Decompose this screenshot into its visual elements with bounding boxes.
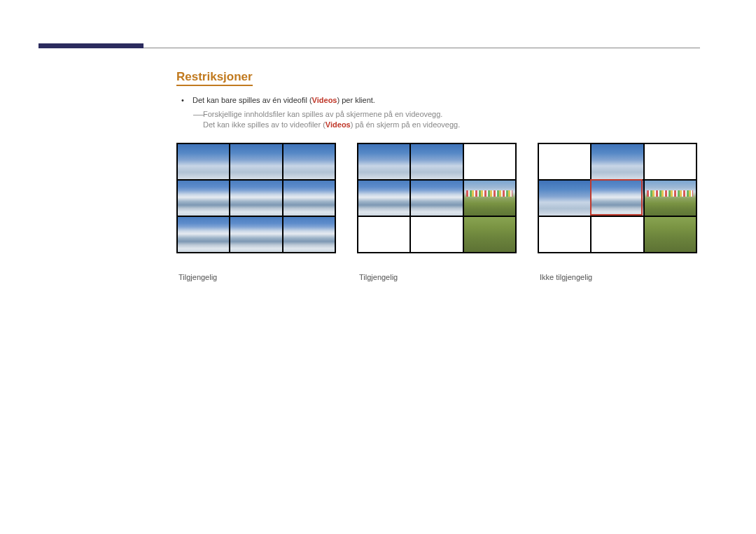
- bullet-text: Det kan bare spilles av én videofil (Vid…: [192, 96, 375, 104]
- grid-cell: [464, 181, 515, 216]
- videowall-grid-unavailable: [538, 143, 697, 253]
- sub2-prefix: Det kan ikke spilles av to videofiler (: [203, 120, 326, 129]
- grid-cell: [230, 217, 281, 252]
- grid-cell: [645, 144, 696, 179]
- sub2-suffix: ) på én skjerm på en videovegg.: [351, 120, 461, 129]
- grid-col-1: Tilgjengelig: [176, 143, 336, 281]
- grid-cell: [645, 181, 696, 216]
- grid-cell: [358, 181, 410, 216]
- header-blue-marker: [38, 43, 144, 48]
- grid-cell: [539, 144, 590, 179]
- grid-cell: [464, 144, 515, 179]
- grid-cell: [411, 217, 462, 252]
- grid-col-3: Ikke tilgjengelig: [538, 143, 697, 281]
- sub-note-1: ― Forskjellige innholdsfiler kan spilles…: [203, 110, 707, 118]
- grid-cell: [178, 217, 229, 252]
- grid-cell: [284, 144, 335, 179]
- grid-cell: [645, 217, 696, 252]
- bullet-prefix: Det kan bare spilles av én videofil (: [192, 96, 312, 104]
- grid-cell: [592, 144, 643, 179]
- grid-cell: [592, 217, 643, 252]
- grid-cell: [411, 144, 462, 179]
- videos-word: Videos: [312, 96, 337, 104]
- videos-word-2: Videos: [326, 120, 351, 129]
- dash-icon: ―: [193, 108, 204, 120]
- grid-row: Tilgjengelig Tilgjengelig: [176, 143, 707, 281]
- caption-unavailable: Ikke tilgjengelig: [538, 273, 697, 281]
- content-area: Restriksjoner • Det kan bare spilles av …: [176, 70, 707, 281]
- grid-cell: [464, 217, 515, 252]
- caption-available-2: Tilgjengelig: [357, 273, 517, 281]
- bullet-dot: •: [178, 96, 187, 104]
- grid-col-2: Tilgjengelig: [357, 143, 517, 281]
- grid-cell: [411, 181, 462, 216]
- grid-cell: [284, 217, 335, 252]
- grid-cell: [178, 144, 229, 179]
- bullet-item: • Det kan bare spilles av én videofil (V…: [176, 96, 707, 104]
- grid-cell: [539, 217, 590, 252]
- sub-note-1-text: Forskjellige innholdsfiler kan spilles a…: [203, 110, 442, 118]
- section-heading: Restriksjoner: [176, 70, 253, 86]
- grid-cell: [230, 181, 281, 216]
- caption-available-1: Tilgjengelig: [176, 273, 336, 281]
- grid-cell: [178, 181, 229, 216]
- grid-cell: [358, 144, 410, 179]
- bullet-suffix: ) per klient.: [337, 96, 374, 104]
- videowall-grid-available-1: [176, 143, 336, 253]
- grid-cell: [358, 217, 410, 252]
- grid-cell: [592, 181, 643, 216]
- videowall-grid-available-2: [357, 143, 517, 253]
- grid-cell: [284, 181, 335, 216]
- grid-cell: [230, 144, 281, 179]
- sub-note-2: Det kan ikke spilles av to videofiler (V…: [203, 120, 707, 129]
- grid-cell: [539, 181, 590, 216]
